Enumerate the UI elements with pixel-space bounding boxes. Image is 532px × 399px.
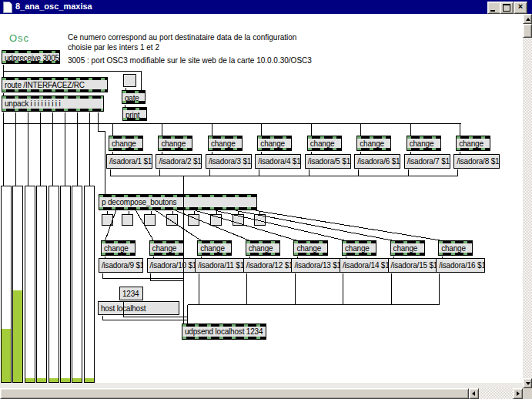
slider-fill — [37, 378, 46, 382]
slider-fill — [2, 329, 11, 382]
slider[interactable] — [60, 186, 71, 383]
slider-fill — [61, 378, 70, 382]
message-isadora[interactable]: /isadora/11 $1 — [195, 258, 244, 273]
canvas-bottom-edge — [0, 383, 523, 388]
change-object[interactable]: change — [149, 240, 184, 256]
toggle-box[interactable] — [254, 214, 266, 226]
message-isadora[interactable]: /isadora/8 $1 — [453, 154, 500, 169]
toggle-box[interactable] — [188, 214, 199, 226]
slider[interactable] — [1, 186, 12, 383]
object-udpreceive[interactable]: udpreceive 3005 — [2, 50, 60, 64]
object-route[interactable]: route /INTERFACEZ/RC — [2, 77, 108, 92]
message-isadora[interactable]: /isadora/3 $1 — [206, 154, 252, 169]
message-isadora[interactable]: /isadora/10 $1 — [147, 258, 196, 273]
change-object[interactable]: change — [456, 136, 490, 151]
change-object[interactable]: change — [407, 136, 441, 151]
toggle-box[interactable] — [144, 214, 156, 226]
toggle-box[interactable] — [166, 214, 178, 226]
change-object[interactable]: change — [438, 240, 473, 256]
close-button[interactable]: × — [514, 2, 527, 14]
message-isadora[interactable]: /isadora/5 $1 — [305, 154, 351, 169]
titlebar[interactable]: 8_ana_osc_maxisa × — [0, 0, 532, 14]
message-port-1234[interactable]: 1234 — [119, 287, 143, 300]
slider[interactable] — [12, 186, 23, 383]
horizontal-scrollbar[interactable] — [0, 388, 523, 399]
toggle-gate-switch[interactable] — [123, 74, 136, 87]
scroll-left-button[interactable] — [469, 388, 479, 399]
object-gate[interactable]: gate — [122, 90, 146, 104]
slider[interactable] — [72, 186, 82, 383]
slider-fill — [13, 290, 22, 382]
message-isadora[interactable]: /isadora/1 $1 — [106, 154, 152, 169]
message-host-localhost[interactable]: host localhost — [98, 301, 179, 315]
message-isadora[interactable]: /isadora/6 $1 — [354, 154, 400, 169]
document-icon — [3, 2, 12, 13]
scroll-up-button[interactable] — [523, 14, 532, 24]
vertical-scroll-track[interactable] — [523, 24, 532, 378]
change-object[interactable]: change — [208, 136, 243, 151]
slider-fill — [85, 378, 94, 382]
scroll-down-button[interactable] — [523, 378, 532, 388]
close-icon: × — [514, 2, 527, 11]
slider-fill — [72, 378, 82, 382]
toggle-box[interactable] — [233, 214, 244, 226]
object-unpack[interactable]: unpack i i i i i i i i i — [2, 96, 104, 112]
vertical-scroll-thumb[interactable] — [523, 24, 532, 38]
maximize-icon — [503, 4, 510, 12]
toggle-box[interactable] — [210, 214, 222, 226]
change-object[interactable]: change — [197, 240, 232, 256]
window-title: 8_ana_osc_maxisa — [15, 2, 92, 11]
message-isadora[interactable]: /isadora/2 $1 — [156, 154, 202, 169]
slider[interactable] — [25, 186, 35, 383]
object-print[interactable]: print — [122, 107, 147, 121]
slider[interactable] — [49, 186, 59, 383]
vertical-scrollbar[interactable] — [523, 14, 532, 388]
change-object[interactable]: change — [307, 136, 342, 151]
message-isadora[interactable]: /isadora/12 $1 — [243, 258, 293, 273]
toggle-box[interactable] — [102, 214, 113, 226]
scroll-left-icon — [472, 391, 475, 396]
change-object[interactable]: change — [109, 136, 143, 151]
slider-fill — [49, 378, 59, 382]
comment-config-line2: choisie par les inters 1 et 2 — [68, 42, 159, 52]
scroll-right-icon — [517, 391, 520, 396]
message-isadora[interactable]: /isadora/4 $1 — [255, 154, 301, 169]
scroll-right-button[interactable] — [513, 388, 523, 399]
scrollbar-corner — [523, 388, 532, 399]
object-subpatch-decompose-boutons[interactable]: p decompose_boutons — [99, 194, 257, 210]
scroll-up-icon — [526, 18, 530, 21]
change-object[interactable]: change — [246, 240, 280, 256]
message-isadora[interactable]: /isadora/9 $1 — [99, 258, 143, 273]
maximize-button[interactable] — [500, 2, 514, 14]
message-isadora[interactable]: /isadora/15 $1 — [388, 258, 437, 273]
change-object[interactable]: change — [356, 136, 391, 151]
minimize-icon — [490, 10, 495, 12]
slider-fill — [25, 378, 35, 382]
change-object[interactable]: change — [342, 240, 376, 256]
comment-port-info: 3005 : port OSC3 modifiable sur le site … — [68, 55, 312, 65]
horizontal-scroll-thumb[interactable] — [0, 388, 469, 399]
slider[interactable] — [84, 186, 95, 383]
message-isadora[interactable]: /isadora/16 $1 — [436, 258, 485, 273]
comment-config-line1: Ce numero correspond au port destinatair… — [68, 32, 296, 42]
change-object[interactable]: change — [390, 240, 425, 256]
message-isadora[interactable]: /isadora/13 $1 — [291, 258, 340, 273]
slider[interactable] — [36, 186, 47, 383]
toggle-box[interactable] — [122, 214, 133, 226]
change-object[interactable]: change — [101, 240, 136, 256]
message-isadora[interactable]: /isadora/14 $1 — [340, 258, 389, 273]
change-object[interactable]: change — [158, 136, 192, 151]
osc-label: Osc — [9, 32, 29, 44]
patcher-window: Osc Ce numero correspond au port destina… — [0, 0, 532, 399]
change-object[interactable]: change — [293, 240, 328, 256]
change-object[interactable]: change — [257, 136, 292, 151]
object-udpsend[interactable]: udpsend localhost 1234 — [182, 324, 266, 340]
message-isadora[interactable]: /isadora/7 $1 — [404, 154, 450, 169]
scroll-down-icon — [526, 382, 530, 385]
